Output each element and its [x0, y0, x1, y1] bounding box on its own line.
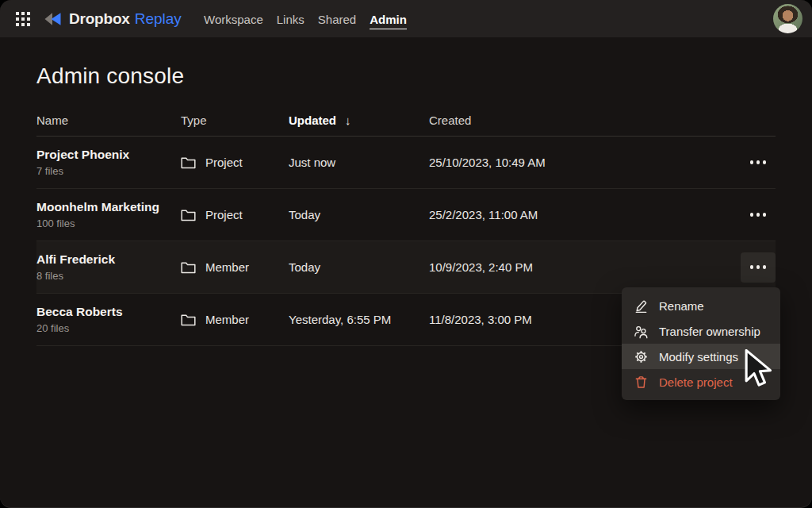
row-file-count: 100 files: [36, 217, 181, 229]
folder-icon: [181, 260, 196, 274]
row-created: 25/2/2023, 11:00 AM: [429, 208, 741, 221]
user-avatar[interactable]: [773, 4, 802, 33]
logo-product-text: Replay: [135, 10, 182, 28]
menu-item-label: Modify settings: [659, 350, 738, 364]
app-window: Dropbox Replay Workspace Links Shared Ad…: [0, 0, 812, 508]
more-options-button-active[interactable]: [741, 252, 776, 283]
primary-nav: Workspace Links Shared Admin: [204, 0, 407, 37]
folder-icon: [181, 313, 196, 326]
menu-item-delete-project[interactable]: Delete project: [622, 369, 780, 394]
apps-grid-icon: [16, 12, 30, 26]
row-type: Project: [205, 208, 243, 221]
row-created: 10/9/2023, 2:40 PM: [429, 260, 741, 274]
row-updated: Yesterday, 6:55 PM: [289, 313, 429, 326]
row-name-cell: Alfi Frederick 8 files: [36, 252, 181, 282]
row-name-cell: Becca Roberts 20 files: [36, 305, 181, 334]
apps-grid-button[interactable]: [10, 6, 36, 33]
gear-icon: [633, 348, 649, 364]
people-icon: [633, 323, 649, 339]
row-name: Alfi Frederick: [36, 252, 181, 267]
more-options-button[interactable]: [741, 200, 776, 230]
column-header-name[interactable]: Name: [36, 114, 181, 127]
ellipsis-icon: [756, 160, 760, 164]
row-actions-cell: [741, 200, 776, 230]
row-type: Member: [205, 260, 249, 274]
folder-icon: [181, 208, 196, 221]
row-type: Project: [205, 156, 243, 169]
nav-tab-admin[interactable]: Admin: [370, 9, 407, 29]
menu-item-modify-settings[interactable]: Modify settings: [622, 344, 780, 369]
menu-item-transfer-ownership[interactable]: Transfer ownership: [622, 318, 780, 344]
row-updated: Just now: [289, 156, 429, 169]
row-updated: Today: [289, 208, 429, 221]
row-file-count: 20 files: [36, 322, 181, 334]
ellipsis-icon: [750, 160, 754, 164]
row-type-cell: Member: [181, 313, 289, 326]
ellipsis-icon: [750, 213, 754, 217]
dropbox-replay-logo[interactable]: Dropbox Replay: [43, 10, 182, 28]
row-type-cell: Project: [181, 156, 289, 169]
nav-tab-links[interactable]: Links: [277, 9, 304, 29]
row-updated: Today: [289, 260, 429, 274]
menu-item-label: Delete project: [659, 375, 733, 389]
menu-item-rename[interactable]: Rename: [622, 293, 780, 318]
pencil-icon: [633, 298, 649, 314]
ellipsis-icon: [763, 265, 767, 269]
replay-rewind-icon: [43, 11, 62, 27]
top-navbar: Dropbox Replay Workspace Links Shared Ad…: [0, 0, 812, 37]
page-title: Admin console: [36, 64, 776, 89]
row-name-cell: Project Phoenix 7 files: [36, 148, 181, 177]
row-type: Member: [205, 313, 249, 326]
row-name: Moonhelm Marketing: [36, 200, 181, 214]
row-file-count: 8 files: [36, 270, 181, 282]
menu-item-label: Rename: [659, 299, 704, 313]
row-type-cell: Project: [181, 208, 289, 221]
row-file-count: 7 files: [36, 165, 181, 177]
column-header-created[interactable]: Created: [429, 114, 741, 127]
column-header-updated-label: Updated: [289, 114, 336, 127]
table-row-alfi-frederick[interactable]: Alfi Frederick 8 files Member Today 10/9…: [36, 241, 776, 294]
folder-icon: [181, 156, 196, 169]
sort-desc-arrow-icon: ↓: [345, 114, 351, 127]
column-header-updated[interactable]: Updated ↓: [289, 114, 429, 127]
row-type-cell: Member: [181, 260, 289, 274]
row-name-cell: Moonhelm Marketing 100 files: [36, 200, 181, 229]
table-header-row: Name Type Updated ↓ Created: [36, 105, 776, 137]
ellipsis-icon: [756, 213, 760, 217]
column-header-type[interactable]: Type: [181, 114, 289, 127]
context-menu: Rename Transfer ownership: [622, 287, 780, 400]
nav-tab-shared[interactable]: Shared: [318, 9, 356, 29]
ellipsis-icon: [750, 265, 754, 269]
logo-wordmark: Dropbox Replay: [69, 10, 182, 28]
menu-item-label: Transfer ownership: [659, 325, 760, 338]
trash-icon: [633, 374, 649, 390]
table-row-moonhelm-marketing[interactable]: Moonhelm Marketing 100 files Project Tod…: [36, 189, 776, 241]
ellipsis-icon: [763, 160, 767, 164]
row-name: Becca Roberts: [36, 305, 181, 319]
more-options-button[interactable]: [741, 148, 776, 178]
nav-tab-workspace[interactable]: Workspace: [204, 9, 263, 29]
table-row-project-phoenix[interactable]: Project Phoenix 7 files Project Just now…: [36, 137, 776, 189]
row-actions-cell: [741, 148, 776, 178]
ellipsis-icon: [756, 265, 760, 269]
row-created: 25/10/2023, 10:49 AM: [429, 156, 741, 169]
ellipsis-icon: [763, 213, 767, 217]
logo-brand-text: Dropbox: [69, 10, 130, 28]
row-actions-cell: [741, 252, 776, 283]
row-name: Project Phoenix: [36, 148, 181, 162]
